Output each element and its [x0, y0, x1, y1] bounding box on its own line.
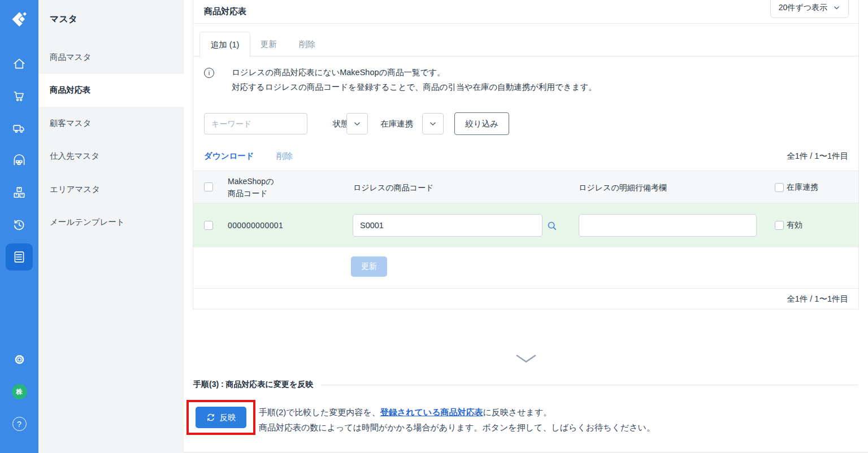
keyword-input[interactable] — [204, 113, 307, 134]
expand-chevron[interactable] — [184, 354, 868, 364]
search-button[interactable] — [546, 219, 559, 233]
enabled-label: 有効 — [787, 220, 802, 230]
apply-desc-pre: 手順(2)で比較した変更内容を、 — [259, 407, 380, 417]
stock-filter-select[interactable] — [422, 113, 444, 134]
title-row: 商品対応表 — [193, 0, 858, 24]
divider — [321, 385, 858, 385]
tab-label: 削除 — [299, 39, 315, 50]
apply-button-label: 反映 — [220, 412, 236, 423]
sidebar-item-customer-master[interactable]: 顧客マスタ — [38, 107, 184, 140]
update-row: 更新 — [193, 247, 858, 288]
warehouse-icon — [12, 153, 27, 168]
stock-link-all-checkbox[interactable] — [775, 183, 784, 192]
rail-active-tile — [6, 243, 33, 271]
select-all-checkbox[interactable] — [204, 182, 213, 191]
rail-bottom: 株 ? — [0, 343, 38, 440]
sidebar-item-supplier-master[interactable]: 仕入先マスタ — [38, 140, 184, 173]
tab-label: 更新 — [261, 39, 277, 50]
chevron-down-icon — [515, 354, 537, 364]
col-makeshop-code-line2: 商品コード — [228, 188, 274, 199]
sync-icon — [206, 413, 215, 422]
row-checkbox[interactable] — [204, 221, 213, 230]
table-header: MakeShopの 商品コード ロジレスの商品コード ロジレスの明細行備考欄 在… — [193, 171, 858, 203]
sidebar-item-area-master[interactable]: エリアマスタ — [38, 173, 184, 206]
col-stock-link-label: 在庫連携 — [787, 182, 818, 193]
filter-button[interactable]: 絞り込み — [454, 112, 509, 135]
download-link[interactable]: ダウンロード — [204, 146, 254, 166]
sidebar-item-label: 仕入先マスタ — [50, 151, 99, 162]
page-size-label: 20件ずつ表示 — [779, 3, 827, 13]
rail-item-master[interactable] — [0, 241, 38, 273]
chevron-down-icon — [429, 120, 437, 128]
makeshop-code-value: 000000000001 — [228, 203, 283, 247]
info-text: ロジレスの商品対応表にないMakeShopの商品一覧です。 対応するロジレスの商… — [232, 66, 597, 94]
tab-update[interactable]: 更新 — [261, 32, 277, 56]
logiless-logo[interactable] — [0, 0, 38, 38]
sidebar-title: マスタ — [38, 0, 184, 25]
tab-label: 追加 (1) — [211, 40, 240, 50]
apply-button[interactable]: 反映 — [196, 407, 246, 428]
table-row: 000000000001 有効 — [193, 203, 858, 247]
sidebar-item-label: エリアマスタ — [50, 184, 100, 195]
info-line-2: 対応するロジレスの商品コードを登録することで、商品の引当や在庫の自動連携が利用で… — [232, 80, 597, 95]
info-line-1: ロジレスの商品対応表にないMakeShopの商品一覧です。 — [232, 66, 597, 80]
col-makeshop-code: MakeShopの 商品コード — [228, 176, 274, 199]
info-icon: i — [204, 68, 214, 78]
note-input[interactable] — [579, 214, 757, 237]
tab-delete[interactable]: 削除 — [299, 32, 315, 56]
step-heading-row: 手順(3) : 商品対応表に変更を反映 — [193, 380, 858, 390]
rail-item-account[interactable]: 株 — [0, 376, 38, 408]
delete-link[interactable]: 削除 — [276, 146, 293, 166]
enabled-checkbox[interactable] — [775, 221, 784, 230]
sidebar-item-mail-template[interactable]: メールテンプレート — [38, 206, 184, 239]
col-makeshop-code-line1: MakeShopの — [228, 176, 274, 188]
chevron-down-icon — [833, 4, 840, 11]
logiless-logo-icon — [10, 10, 28, 28]
content-card: 商品対応表 20件ずつ表示 追加 (1) 更新 削除 i ロジレスの商品対応表に… — [193, 0, 859, 310]
sidebar-item-label: 商品対応表 — [50, 85, 91, 95]
divider — [184, 452, 868, 452]
tab-add[interactable]: 追加 (1) — [199, 32, 250, 57]
sidebar-item-label: 商品マスタ — [50, 52, 92, 63]
tab-bar: 追加 (1) 更新 削除 — [193, 24, 858, 56]
sidebar-item-product-mapping[interactable]: 商品対応表 — [38, 74, 184, 107]
rail-item-inventory[interactable] — [0, 176, 38, 208]
info-block: i ロジレスの商品対応表にないMakeShopの商品一覧です。 対応するロジレス… — [204, 66, 597, 94]
registered-mapping-link[interactable]: 登録されている商品対応表 — [380, 407, 483, 417]
rail-item-help[interactable]: ? — [0, 408, 38, 440]
col-stock-link: 在庫連携 — [775, 182, 818, 193]
gear-icon — [12, 352, 27, 367]
rail-item-settings[interactable] — [0, 343, 38, 376]
rail-item-orders[interactable] — [0, 80, 38, 112]
boxes-icon — [12, 185, 27, 200]
cart-icon — [12, 89, 27, 103]
result-count: 全1件 / 1〜1件目 — [787, 146, 848, 166]
sidebar-item-label: メールテンプレート — [50, 217, 125, 228]
page-title: 商品対応表 — [204, 6, 246, 17]
table-footer: 全1件 / 1〜1件目 — [193, 288, 858, 310]
app-root: 株 ? マスタ 商品マスタ 商品対応表 顧客マスタ 仕入先マスタ エリアマスタ … — [0, 0, 868, 453]
sidebar-item-label: 顧客マスタ — [50, 118, 92, 129]
status-filter-select[interactable] — [346, 113, 368, 134]
stock-filter-label: 在庫連携 — [380, 113, 413, 134]
chevron-down-icon — [353, 120, 361, 128]
master-data-icon — [12, 250, 27, 264]
rail-item-shipping[interactable] — [0, 112, 38, 144]
rail-item-home[interactable] — [0, 47, 38, 80]
footer-count: 全1件 / 1〜1件目 — [787, 289, 848, 309]
page-size-select[interactable]: 20件ずつ表示 — [770, 0, 849, 18]
update-button[interactable]: 更新 — [351, 256, 387, 277]
main-content: 商品対応表 20件ずつ表示 追加 (1) 更新 削除 i ロジレスの商品対応表に… — [184, 0, 868, 453]
rail-item-warehouse[interactable] — [0, 144, 38, 176]
help-icon: ? — [12, 417, 27, 431]
apply-description: 手順(2)で比較した変更内容を、登録されている商品対応表に反映させます。 商品対… — [259, 404, 655, 435]
icon-rail: 株 ? — [0, 0, 38, 453]
rail-item-history[interactable] — [0, 208, 38, 241]
history-icon — [12, 217, 27, 232]
home-icon — [12, 56, 27, 71]
truck-icon — [12, 121, 27, 136]
apply-desc-line2: 商品対応表の数によっては時間がかかる場合があります。ボタンを押して、しばらくお待… — [259, 420, 655, 435]
apply-desc-post: に反映させます。 — [483, 407, 552, 417]
logiless-code-input[interactable] — [353, 214, 542, 237]
sidebar-item-product-master[interactable]: 商品マスタ — [38, 41, 184, 74]
